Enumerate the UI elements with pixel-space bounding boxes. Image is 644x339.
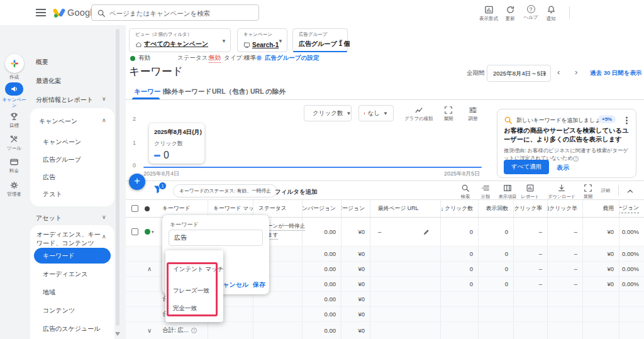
select-all-checkbox[interactable] bbox=[131, 205, 138, 212]
refresh-button[interactable]: 更新 bbox=[501, 5, 519, 24]
col-conversion-rate[interactable]: コンバージョン bbox=[619, 200, 644, 217]
status-filter-chip[interactable]: キーワードのステータス: 有効、一時停止 bbox=[173, 184, 277, 197]
help-icon[interactable]: ? bbox=[573, 156, 579, 162]
tooltip-metric: クリック数 bbox=[154, 140, 199, 148]
tab-url-exclusion[interactable]: URL の除外 bbox=[250, 87, 286, 96]
collapse-table-button[interactable] bbox=[626, 187, 635, 196]
sidebar-group-campaign[interactable]: キャンペーン bbox=[39, 117, 77, 126]
sidebar-item-ad-schedule[interactable]: 広告のスケジュール bbox=[43, 325, 100, 333]
col-status[interactable]: ステータス bbox=[253, 200, 302, 217]
date-range-selector[interactable]: 2025年8月4日～5日 ▼ bbox=[487, 65, 551, 82]
last-30-days-link[interactable]: 過去 30 日間を表示 bbox=[590, 69, 642, 77]
save-button[interactable]: 保存 bbox=[253, 281, 265, 289]
collapse-group-icon[interactable]: ∧ bbox=[147, 265, 152, 272]
help-button[interactable]: ? ヘルプ bbox=[521, 5, 540, 24]
chevron-up-icon[interactable]: ∧ bbox=[102, 117, 106, 123]
report-button[interactable]: レポート bbox=[514, 184, 546, 200]
campaign-selector[interactable]: キャンペーン Search-1 ▼ bbox=[237, 28, 287, 52]
add-keyword-fab[interactable]: + bbox=[129, 174, 145, 190]
enabled-label[interactable]: 有効 bbox=[138, 54, 150, 62]
search-input[interactable] bbox=[108, 6, 255, 21]
view-link[interactable]: 表示 bbox=[557, 164, 569, 172]
chevron-down-icon[interactable]: ∨ bbox=[102, 214, 106, 220]
sidebar-item-overview[interactable]: 概要 bbox=[36, 58, 48, 67]
notifications-button[interactable]: 通知 bbox=[541, 5, 560, 24]
rail-item-create[interactable]: 作成 bbox=[0, 54, 28, 80]
add-filter-button[interactable]: フィルタを追加 bbox=[275, 188, 318, 196]
sidebar-item-keywords-selected[interactable]: キーワード bbox=[34, 248, 111, 264]
chart-type-button[interactable]: グラフの種類 bbox=[403, 106, 435, 122]
status-caret-icon[interactable]: ▾ bbox=[152, 230, 154, 235]
col-conversions-2[interactable]: コンバージョン bbox=[341, 200, 370, 217]
sidebar-audience-group-card: オーディエンス、キーワード、コンテンツ ∧ キーワード オーディエンス 地域 コ… bbox=[30, 225, 114, 339]
sidebar-item-locations[interactable]: 地域 bbox=[43, 288, 55, 297]
prev-period-button[interactable]: ‹ bbox=[557, 67, 560, 77]
chevron-down-icon: ▼ bbox=[383, 111, 388, 116]
chart-expand-button[interactable]: 展開 bbox=[439, 106, 458, 122]
table-more-button[interactable]: 詳細 bbox=[590, 184, 621, 194]
scrollbar-down-arrow-icon[interactable] bbox=[115, 332, 120, 336]
recommendation-card: 新しいキーワードを追加しましょう +5% お客様の商品やサービスを検索しているユ… bbox=[497, 109, 636, 178]
col-final-url[interactable]: 最終ページ URL bbox=[370, 200, 440, 217]
settings-gear-icon[interactable] bbox=[255, 54, 263, 62]
sidebar-item-content[interactable]: コンテンツ bbox=[43, 306, 75, 315]
chart-adjust-button[interactable]: 調整 bbox=[464, 106, 482, 122]
display-format-button[interactable]: 表示形式 bbox=[478, 5, 499, 24]
rail-item-goals[interactable]: 目標 bbox=[0, 112, 28, 128]
sidebar-item-adgroup[interactable]: 広告グループ bbox=[43, 155, 81, 164]
tab-keywords[interactable]: キーワード bbox=[134, 87, 167, 96]
help-icon[interactable]: ? bbox=[191, 328, 197, 333]
google-ads-keywords-page: Google 広告 表示形式 更新 ? ヘルプ bbox=[0, 0, 644, 339]
chevron-down-icon: ▼ bbox=[338, 38, 343, 44]
rail-item-tools[interactable]: ツール bbox=[0, 135, 28, 151]
sidebar-item-audiences[interactable]: オーディエンス bbox=[43, 270, 87, 279]
sidebar-item-optimization[interactable]: 最適化案 bbox=[36, 77, 61, 86]
columns-icon bbox=[503, 184, 512, 192]
rail-item-admin[interactable]: 管理者 bbox=[0, 181, 28, 197]
status-value[interactable]: 無効 bbox=[209, 54, 221, 63]
global-search[interactable] bbox=[91, 4, 259, 21]
col-clicks-sorted[interactable]: ↓ クリック数 bbox=[440, 200, 478, 217]
filter-button[interactable]: 1 bbox=[153, 184, 163, 194]
rail-item-billing[interactable]: 料金 bbox=[0, 157, 28, 174]
page-title: キーワード bbox=[129, 64, 183, 79]
tab-negative-keywords[interactable]: 除外キーワード bbox=[165, 87, 211, 96]
sidebar-item-ads[interactable]: 広告 bbox=[43, 173, 55, 182]
apply-all-button[interactable]: すべて適用 bbox=[504, 160, 549, 174]
tooltip-series-swatch bbox=[154, 155, 160, 157]
chevron-down-icon[interactable]: ∨ bbox=[102, 96, 106, 102]
more-options-icon[interactable] bbox=[626, 119, 628, 121]
table-row-grand-total[interactable]: ∨ 合計: 広...? 0.00 ¥0 bbox=[126, 322, 644, 339]
megaphone-icon bbox=[5, 82, 23, 96]
metric2-selector[interactable]: なし ▼ bbox=[358, 105, 394, 121]
col-keyword[interactable]: キーワード bbox=[158, 200, 208, 217]
col-ctr[interactable]: クリック率 bbox=[513, 200, 547, 217]
edit-pencil-icon[interactable] bbox=[423, 228, 430, 236]
keyword-input[interactable] bbox=[169, 230, 263, 246]
col-conversions-1[interactable]: コンバージョン bbox=[302, 200, 341, 217]
view-selector[interactable]: ビュー（2 個のフィルタ） すべてのキャンペーン ▼ bbox=[129, 28, 231, 52]
sidebar-group-audience[interactable]: オーディエンス、キーワード、コンテンツ bbox=[36, 230, 102, 247]
chevron-up-icon[interactable]: ∧ bbox=[102, 233, 106, 240]
menu-icon[interactable] bbox=[36, 12, 46, 13]
sidebar-item-insights[interactable]: 分析情報とレポート bbox=[36, 96, 93, 104]
adgroup-settings-link[interactable]: 広告グループの設定 bbox=[265, 54, 319, 62]
col-impressions[interactable]: 表示回数 bbox=[478, 200, 513, 217]
col-cost[interactable]: 費用 bbox=[582, 200, 619, 217]
campaign-paused-note[interactable]: ーンが一時停止 ます bbox=[267, 222, 305, 240]
adgroup-selector[interactable]: 広告グループ 広告グループ 1 個 ▼ bbox=[292, 28, 348, 52]
sidebar-item-campaign[interactable]: キャンペーン bbox=[43, 138, 81, 147]
metric1-selector[interactable]: クリック数 ▼ bbox=[304, 105, 352, 121]
annotation-highlight-box bbox=[167, 262, 218, 316]
sidebar-scrollbar[interactable] bbox=[116, 29, 119, 326]
next-period-button[interactable]: › bbox=[575, 67, 577, 77]
expand-group-icon[interactable]: ∨ bbox=[147, 327, 152, 334]
col-keyword-match[interactable]: キーワード マッチ bbox=[208, 200, 253, 217]
sidebar-item-experiments[interactable]: テスト bbox=[43, 190, 62, 199]
rail-item-campaigns[interactable]: キャンペーン bbox=[0, 82, 28, 108]
sidebar-item-assets[interactable]: アセット bbox=[36, 214, 62, 223]
active-tab-indicator bbox=[132, 97, 160, 99]
row-checkbox[interactable] bbox=[131, 228, 138, 235]
tab-url-inclusion[interactable]: URL（包含） bbox=[212, 87, 252, 96]
col-avg-cpc[interactable]: 平均クリック単 bbox=[547, 200, 582, 217]
